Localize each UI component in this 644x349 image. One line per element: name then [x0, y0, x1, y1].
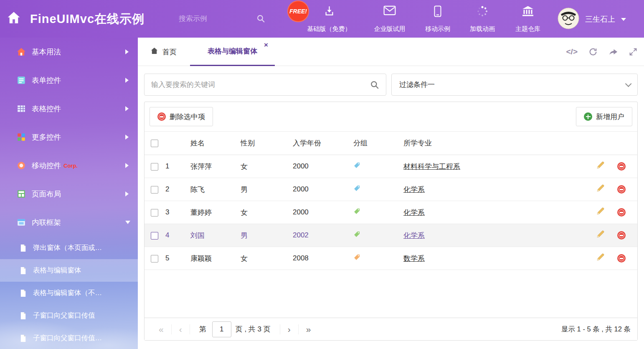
table-row[interactable]: 1 张萍萍 女 2000 材料科学与工程系 [145, 155, 637, 178]
sidebar-subitem-grid-edit-window-2[interactable]: 表格与编辑窗体（不… [0, 282, 138, 304]
edit-icon[interactable] [596, 184, 605, 195]
tab-bar: 首页 表格与编辑窗体 × </> [138, 38, 644, 66]
table-row[interactable]: 5 康颖颖 女 2008 数学系 [145, 247, 637, 270]
cell-year: 2000 [293, 201, 353, 224]
nav-basic-free[interactable]: 基础版（免费） [300, 5, 358, 33]
sidebar-item-basic-usage[interactable]: 基本用法 [0, 38, 138, 66]
keyword-search [144, 74, 386, 96]
table-row-selected[interactable]: 4 刘国 男 2002 化学系 [145, 224, 637, 247]
edit-icon[interactable] [596, 253, 605, 264]
search-icon[interactable] [370, 80, 379, 91]
home-icon [150, 47, 158, 57]
edit-icon[interactable] [596, 230, 605, 241]
major-link[interactable]: 数学系 [403, 255, 425, 262]
column-header-year[interactable]: 入学年份 [293, 132, 353, 155]
sidebar-subitem-child-to-parent[interactable]: 子窗口向父窗口传值 [0, 304, 138, 327]
tab-grid-edit-window[interactable]: 表格与编辑窗体 × [190, 38, 275, 66]
tag-icon [353, 185, 360, 194]
column-header-major[interactable]: 所学专业 [403, 132, 593, 155]
sidebar-item-label: 基本用法 [32, 47, 61, 57]
table-row[interactable]: 2 陈飞 男 2000 化学系 [145, 178, 637, 201]
nav-label: 基础版（免费） [307, 25, 351, 33]
header-search-input[interactable] [179, 11, 252, 26]
delete-icon[interactable] [617, 185, 626, 194]
delete-icon[interactable] [617, 208, 626, 217]
filter-select[interactable]: 过滤条件一 [391, 74, 638, 96]
add-user-button[interactable]: 新增用户 [576, 107, 632, 126]
sidebar-item-mobile-controls[interactable]: 移动控件 Corp. [0, 151, 138, 180]
chevron-right-icon [125, 49, 129, 54]
layout-icon [17, 189, 26, 199]
edit-icon[interactable] [596, 207, 605, 218]
mobile-icon [17, 161, 26, 170]
delete-icon[interactable] [617, 231, 626, 239]
sidebar-subitem-child-to-parent-2[interactable]: 子窗口向父窗口传值… [0, 327, 138, 349]
sidebar-subitem-grid-edit-window[interactable]: 表格与编辑窗体 [0, 259, 138, 282]
sidebar-item-label: 移动控件 [32, 160, 61, 171]
next-page-button[interactable]: › [280, 324, 298, 334]
prev-page-button[interactable]: ‹ [172, 324, 190, 334]
table-row[interactable]: 3 董婷婷 女 2000 化学系 [145, 201, 637, 224]
file-icon [19, 289, 27, 297]
sidebar-item-more-controls[interactable]: 更多控件 [0, 123, 138, 151]
avatar [558, 8, 579, 31]
nav-mobile-demo[interactable]: 移动示例 [419, 5, 456, 33]
page-number-input[interactable] [212, 321, 231, 337]
sidebar-item-page-layout[interactable]: 页面布局 [0, 180, 138, 208]
fullscreen-icon[interactable] [629, 48, 637, 56]
sidebar-subitem-popup-window[interactable]: 弹出窗体（本页面或… [0, 237, 138, 259]
tab-home[interactable]: 首页 [145, 38, 183, 66]
nav-label: 加载动画 [470, 25, 495, 33]
tag-icon [353, 162, 360, 171]
column-header-gender[interactable]: 性别 [241, 132, 293, 155]
major-link[interactable]: 化学系 [403, 232, 425, 239]
search-icon[interactable] [256, 14, 265, 25]
file-icon [19, 244, 27, 252]
row-checkbox[interactable] [151, 232, 158, 239]
column-header-name[interactable]: 姓名 [190, 132, 241, 155]
nav-loading-animation[interactable]: 加载动画 [464, 5, 501, 33]
home-icon[interactable] [7, 11, 21, 26]
major-link[interactable]: 材料科学与工程系 [403, 163, 460, 171]
users-table: 姓名 性别 入学年份 分组 所学专业 1 张萍萍 女 2000 材料科学与工程系 [145, 131, 637, 270]
edit-icon[interactable] [596, 161, 605, 172]
keyword-search-input[interactable] [145, 74, 386, 95]
delete-icon[interactable] [617, 254, 626, 262]
button-label: 删除选中项 [170, 112, 205, 122]
row-checkbox[interactable] [151, 255, 158, 262]
pagination-bar: « ‹ 第 页 , 共 3 页 › » 显示 1 - 5 条 , 共 12 条 [145, 318, 637, 340]
table-icon [17, 104, 26, 113]
spinner-icon [477, 5, 488, 18]
row-checkbox[interactable] [151, 186, 158, 194]
sidebar-subitem-label: 子窗口向父窗口传值… [33, 334, 102, 343]
app-title: FineUIMvc在线示例 [30, 0, 145, 38]
column-header-group[interactable]: 分组 [353, 132, 403, 155]
nav-theme-store[interactable]: 主题仓库 [509, 5, 547, 33]
select-all-checkbox[interactable] [151, 140, 158, 147]
nav-enterprise-trial[interactable]: 企业版试用 [367, 5, 413, 33]
major-link[interactable]: 化学系 [403, 186, 425, 194]
user-menu[interactable]: 三生石上 [558, 8, 626, 31]
sidebar-item-inline-frame[interactable]: 内联框架 [0, 208, 138, 237]
code-icon[interactable]: </> [566, 47, 578, 56]
major-link[interactable]: 化学系 [403, 209, 425, 217]
header-search[interactable] [179, 11, 269, 26]
sidebar-item-label: 表单控件 [32, 75, 61, 85]
share-icon[interactable] [609, 47, 618, 57]
row-checkbox[interactable] [151, 163, 158, 171]
last-page-button[interactable]: » [299, 324, 319, 334]
refresh-icon[interactable] [588, 47, 598, 56]
close-icon[interactable]: × [264, 41, 268, 49]
row-number: 2 [165, 178, 190, 201]
sidebar-item-form-controls[interactable]: 表单控件 [0, 66, 138, 94]
sidebar-item-label: 页面布局 [32, 189, 61, 199]
sidebar-item-label: 更多控件 [32, 132, 61, 142]
sidebar-subitem-label: 弹出窗体（本页面或… [33, 243, 102, 252]
sidebar-item-grid-controls[interactable]: 表格控件 [0, 94, 138, 123]
delete-selected-button[interactable]: 删除选中项 [150, 107, 213, 126]
delete-icon[interactable] [617, 162, 626, 171]
row-checkbox[interactable] [151, 209, 158, 217]
cell-name: 刘国 [190, 224, 241, 247]
first-page-button[interactable]: « [151, 324, 171, 334]
cell-year: 2002 [293, 224, 353, 247]
